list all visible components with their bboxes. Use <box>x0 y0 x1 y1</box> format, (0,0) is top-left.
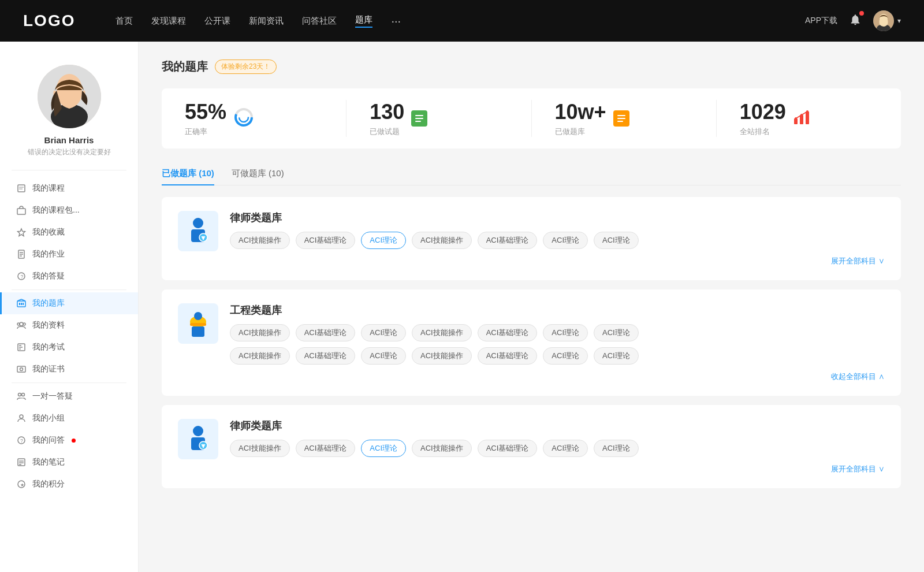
tag[interactable]: ACI基础理论 <box>478 440 538 457</box>
question-circle-icon: ? <box>16 271 27 281</box>
tag[interactable]: ACI理论 <box>594 440 639 457</box>
sidebar-item-package[interactable]: 我的课程包... <box>0 199 138 221</box>
nav-discover[interactable]: 发现课程 <box>151 16 186 27</box>
qbank-tags-engineer-row2: ACI技能操作 ACI基础理论 ACI理论 ACI技能操作 ACI基础理论 AC… <box>230 347 885 365</box>
bank-icon <box>16 298 27 309</box>
tag[interactable]: ACI技能操作 <box>230 347 290 365</box>
stat-ranking-value: 1029 <box>740 100 786 124</box>
tag[interactable]: ACI技能操作 <box>412 324 472 341</box>
sidebar-item-homework[interactable]: 我的作业 <box>0 243 138 265</box>
tag[interactable]: ACI基础理论 <box>296 232 356 249</box>
sidebar-item-group[interactable]: 我的小组 <box>0 407 138 429</box>
stat-ranking: 1029 全站排名 <box>717 100 901 137</box>
svg-rect-6 <box>18 185 25 192</box>
svg-point-56 <box>800 114 803 116</box>
sidebar-item-myqa[interactable]: ? 我的问答 <box>0 429 138 451</box>
package-icon <box>16 205 27 216</box>
stat-accuracy-value: 55% <box>185 100 226 124</box>
sidebar-divider-2 <box>12 289 126 290</box>
points-icon: ★ <box>16 479 27 489</box>
sidebar-item-label: 我的答疑 <box>32 271 65 281</box>
stat-done-questions-value: 130 <box>370 100 404 124</box>
tag-active[interactable]: ACI理论 <box>361 440 406 457</box>
sidebar-item-label: 我的作业 <box>32 249 65 259</box>
nav-qa[interactable]: 问答社区 <box>302 16 337 27</box>
sidebar-item-course[interactable]: 我的课程 <box>0 177 138 199</box>
qbank-collapse-engineer[interactable]: 收起全部科目 ∧ <box>230 372 885 382</box>
tag[interactable]: ACI技能操作 <box>230 440 290 457</box>
sidebar-item-favorites[interactable]: 我的收藏 <box>0 221 138 243</box>
tag[interactable]: ACI基础理论 <box>296 324 356 341</box>
notification-bell[interactable] <box>849 13 862 28</box>
tag[interactable]: ACI基础理论 <box>478 324 538 341</box>
qbank-tags-lawyer-1: ACI技能操作 ACI基础理论 ACI理论 ACI技能操作 ACI基础理论 AC… <box>230 232 885 249</box>
tag[interactable]: ACI理论 <box>543 440 588 457</box>
tag[interactable]: ACI理论 <box>361 324 406 341</box>
svg-point-57 <box>806 110 808 113</box>
qbank-tags-engineer-row1: ACI技能操作 ACI基础理论 ACI理论 ACI技能操作 ACI基础理论 AC… <box>230 324 885 341</box>
sidebar-item-label: 我的积分 <box>32 479 65 489</box>
svg-point-34 <box>20 415 23 418</box>
stat-accuracy-text: 55% 正确率 <box>185 100 226 137</box>
app-download-link[interactable]: APP下载 <box>805 16 837 26</box>
qbank-tags-lawyer-2: ACI技能操作 ACI基础理论 ACI理论 ACI技能操作 ACI基础理论 AC… <box>230 440 885 457</box>
tag[interactable]: ACI技能操作 <box>412 232 472 249</box>
stat-done-questions-text: 130 已做试题 <box>370 100 404 137</box>
tag[interactable]: ACI理论 <box>594 347 639 365</box>
profile-motto: 错误的决定比没有决定要好 <box>28 147 111 157</box>
sidebar-item-exam[interactable]: 我的考试 <box>0 336 138 358</box>
tag[interactable]: ACI技能操作 <box>412 347 472 365</box>
qbank-icon-lawyer-2 <box>178 419 218 459</box>
tag[interactable]: ACI技能操作 <box>230 324 290 341</box>
stat-ranking-label: 全站排名 <box>740 127 786 137</box>
sidebar-item-data[interactable]: 我的资料 <box>0 314 138 336</box>
svg-text:?: ? <box>21 274 24 280</box>
sidebar-item-qa[interactable]: ? 我的答疑 <box>0 265 138 287</box>
svg-point-33 <box>22 393 25 396</box>
profile-name: Brian Harris <box>44 135 94 145</box>
nav: 首页 发现课程 公开课 新闻资讯 问答社区 题库 ··· <box>116 14 782 28</box>
tag[interactable]: ACI基础理论 <box>478 232 538 249</box>
tag-active[interactable]: ACI理论 <box>361 232 406 249</box>
exam-icon <box>16 342 27 352</box>
user-avatar-menu[interactable]: ▾ <box>873 10 901 31</box>
sidebar-item-bank[interactable]: 我的题库 <box>0 292 138 314</box>
sidebar-item-certificate[interactable]: 我的证书 <box>0 358 138 380</box>
tag[interactable]: ACI基础理论 <box>296 440 356 457</box>
tab-done-banks[interactable]: 已做题库 (10) <box>162 162 214 185</box>
logo: LOGO <box>23 12 75 30</box>
tab-available-banks[interactable]: 可做题库 (10) <box>232 162 284 185</box>
svg-rect-9 <box>17 209 25 214</box>
sidebar-item-notes[interactable]: 我的笔记 <box>0 451 138 473</box>
svg-rect-19 <box>21 303 22 305</box>
list-icon-green <box>411 110 427 127</box>
data-icon <box>16 320 27 330</box>
tag[interactable]: ACI技能操作 <box>412 440 472 457</box>
tag[interactable]: ACI基础理论 <box>296 347 356 365</box>
tag[interactable]: ACI理论 <box>543 347 588 365</box>
main-content: 我的题库 体验剩余23天！ 55% 正确率 <box>139 42 924 572</box>
tag[interactable]: ACI理论 <box>361 347 406 365</box>
nav-bank[interactable]: 题库 <box>355 14 372 28</box>
stat-done-banks-label: 已做题库 <box>555 127 606 137</box>
tag[interactable]: ACI技能操作 <box>230 232 290 249</box>
group-icon <box>16 413 27 424</box>
svg-rect-65 <box>192 326 204 337</box>
nav-news[interactable]: 新闻资讯 <box>249 16 284 27</box>
nav-openclass[interactable]: 公开课 <box>204 16 230 27</box>
qbank-expand-1[interactable]: 展开全部科目 ∨ <box>230 256 885 266</box>
qbank-expand-2[interactable]: 展开全部科目 ∨ <box>230 464 885 474</box>
sidebar-item-oneone[interactable]: 一对一答疑 <box>0 385 138 407</box>
tag[interactable]: ACI理论 <box>543 324 588 341</box>
nav-home[interactable]: 首页 <box>116 16 133 27</box>
tag[interactable]: ACI理论 <box>594 324 639 341</box>
notes-icon <box>16 457 27 467</box>
avatar <box>873 10 894 31</box>
nav-more[interactable]: ··· <box>391 14 401 28</box>
tag[interactable]: ACI理论 <box>594 232 639 249</box>
page-header: 我的题库 体验剩余23天！ <box>162 59 901 75</box>
tag[interactable]: ACI理论 <box>543 232 588 249</box>
tag[interactable]: ACI基础理论 <box>478 347 538 365</box>
sidebar-item-points[interactable]: ★ 我的积分 <box>0 473 138 495</box>
qbank-icon-engineer <box>178 303 218 344</box>
